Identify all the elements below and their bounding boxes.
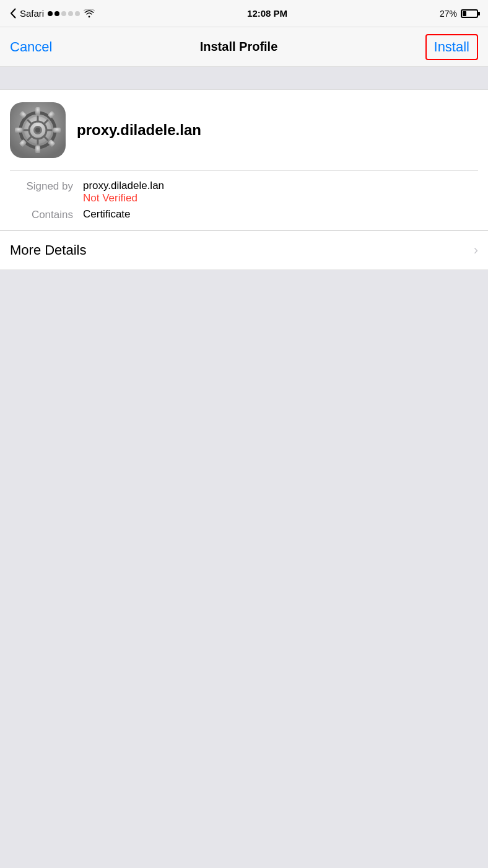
dot-5 — [75, 11, 80, 16]
status-bar-right: 27% — [440, 9, 478, 19]
not-verified-label: Not Verified — [83, 192, 164, 204]
back-chevron-icon — [10, 8, 16, 19]
dot-2 — [54, 11, 59, 16]
separator-band — [0, 67, 488, 89]
battery-icon — [461, 9, 478, 18]
svg-point-13 — [35, 128, 40, 133]
svg-rect-5 — [53, 128, 61, 133]
settings-gear-icon — [10, 102, 66, 158]
profile-header: proxy.diladele.lan — [0, 90, 488, 170]
more-details-card: More Details › — [0, 230, 488, 270]
battery-fill — [463, 11, 466, 16]
nav-bar: Cancel Install Profile Install — [0, 27, 488, 67]
signal-dots — [48, 11, 80, 16]
more-details-label: More Details — [10, 242, 86, 258]
signed-by-row: Signed by proxy.diladele.lan Not Verifie… — [10, 180, 478, 204]
signed-by-values: proxy.diladele.lan Not Verified — [83, 180, 164, 204]
status-bar-left: Safari — [10, 8, 95, 19]
svg-rect-2 — [35, 107, 40, 115]
contains-row: Contains Certificate — [10, 208, 478, 221]
browser-label: Safari — [20, 8, 44, 19]
chevron-right-icon: › — [474, 242, 478, 258]
profile-card: proxy.diladele.lan Signed by proxy.dilad… — [0, 89, 488, 230]
wifi-icon — [84, 9, 95, 18]
dot-3 — [61, 11, 66, 16]
svg-rect-3 — [35, 146, 40, 153]
battery-percent: 27% — [440, 9, 457, 19]
install-button[interactable]: Install — [425, 34, 478, 60]
status-time: 12:08 PM — [247, 8, 287, 19]
contains-value: Certificate — [83, 208, 131, 221]
contains-label: Contains — [10, 208, 78, 221]
page-title: Install Profile — [200, 40, 278, 54]
cancel-button[interactable]: Cancel — [10, 39, 52, 55]
details-section: Signed by proxy.diladele.lan Not Verifie… — [0, 171, 488, 230]
background-fill — [0, 270, 488, 766]
svg-rect-4 — [15, 128, 22, 133]
signed-by-value: proxy.diladele.lan — [83, 180, 164, 192]
profile-name: proxy.diladele.lan — [77, 121, 201, 139]
dot-1 — [48, 11, 53, 16]
status-bar: Safari 12:08 PM 27% — [0, 0, 488, 27]
signed-by-label: Signed by — [10, 180, 78, 193]
more-details-row[interactable]: More Details › — [0, 231, 488, 270]
dot-4 — [68, 11, 73, 16]
